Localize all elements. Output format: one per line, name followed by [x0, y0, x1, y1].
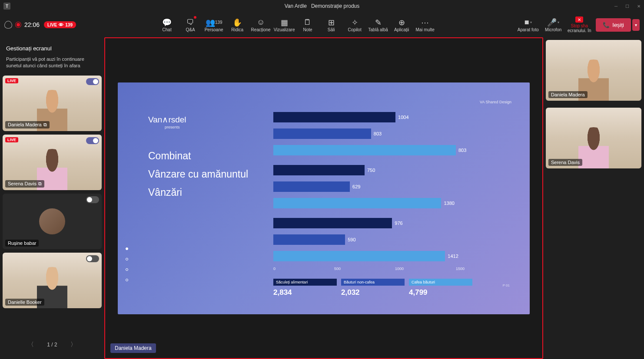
- org-name: Van Ardle: [285, 3, 307, 9]
- bar-value: 629: [352, 184, 360, 189]
- live-count: 139: [65, 23, 73, 27]
- maximize-icon[interactable]: ☐: [625, 4, 629, 9]
- participant-thumb[interactable]: Danielle Booker: [3, 253, 102, 308]
- live-label: LIVE: [47, 23, 57, 27]
- participant-name: Daniela Madera ⧉: [5, 121, 50, 128]
- stop-share-button[interactable]: ✕ Stop sha ecranului. în: [566, 16, 592, 33]
- legend-item: Cafea băuturi: [409, 279, 472, 286]
- participant-name: Serena Davis: [548, 159, 582, 166]
- apps-icon: ⊕: [398, 18, 405, 27]
- tb-label: Mai multe: [415, 27, 434, 32]
- slide-line-3: Vânzări: [148, 187, 182, 198]
- live-badge: LIVE: [5, 78, 18, 83]
- pager-next-button[interactable]: 〉: [70, 341, 76, 349]
- apps-button[interactable]: ⊕Aplicații: [390, 14, 413, 35]
- slide-corner-text: VA Shared Design: [480, 100, 511, 104]
- nav-dot[interactable]: [126, 268, 128, 271]
- people-icon: 👥 139: [206, 18, 222, 27]
- bar-value: 750: [367, 168, 375, 173]
- chat-button[interactable]: 💬Chat: [156, 14, 178, 35]
- slide-line-1: Combinat: [148, 150, 191, 162]
- participant-thumb[interactable]: Daniela Madera: [546, 40, 641, 101]
- more-button[interactable]: ⋯Mai multe: [414, 14, 436, 35]
- video-toggle[interactable]: [86, 196, 99, 203]
- people-button[interactable]: 👥 139Persoane: [202, 14, 225, 35]
- record-icon: [17, 23, 20, 26]
- qa-icon: 🗨: [186, 18, 194, 27]
- video-toggle[interactable]: [86, 78, 99, 85]
- more-icon: ⋯: [421, 18, 429, 27]
- shield-icon[interactable]: [4, 21, 12, 29]
- participant-thumb[interactable]: Serena Davis: [546, 108, 641, 168]
- tb-label: Săli: [328, 27, 335, 32]
- total-value: 2,032: [341, 288, 405, 297]
- bar-value: 1412: [448, 254, 458, 259]
- nav-dot[interactable]: [126, 258, 128, 260]
- bar: [273, 234, 345, 245]
- leave-button[interactable]: 📞 Ieșiți: [596, 18, 631, 32]
- video-toggle[interactable]: [86, 255, 99, 262]
- raise-button[interactable]: ✋Ridica: [226, 14, 249, 35]
- tb-label: Q&A: [186, 27, 195, 32]
- minimize-icon[interactable]: ─: [614, 4, 617, 9]
- participant-name: Serena Davis ⧉: [5, 180, 44, 188]
- chat-icon: 💬: [162, 18, 172, 27]
- rooms-button[interactable]: ⊞Săli: [320, 14, 342, 35]
- bar-row: 976: [273, 217, 517, 229]
- bar-value: 803: [374, 131, 382, 136]
- meeting-timer: 22:06: [24, 21, 40, 28]
- mic-button[interactable]: 🎤▾ Microfon: [541, 18, 565, 32]
- bar-row: 1380: [273, 197, 517, 209]
- slide-line-2: Vânzare cu amănuntul: [148, 168, 248, 180]
- camera-label: Aparat foto: [518, 27, 539, 32]
- total-value: 4,799: [409, 288, 472, 297]
- participant-thumb[interactable]: Rușine babar: [3, 194, 102, 249]
- chevron-down-icon: ▾: [558, 20, 559, 24]
- nav-dot[interactable]: [126, 247, 128, 250]
- stop-share-icon: ✕: [575, 16, 583, 23]
- notes-button[interactable]: 🗒Note: [296, 14, 319, 35]
- bar-row: 803: [273, 144, 517, 156]
- tb-label: Aplicații: [394, 27, 409, 32]
- whiteboard-button[interactable]: ✎Tablă albă: [367, 14, 389, 35]
- camera-button[interactable]: ■▾ Aparat foto: [516, 18, 540, 32]
- bar-row: 803: [273, 128, 517, 140]
- qa-button[interactable]: 🗨Q&A: [179, 14, 202, 35]
- share-icon: ⧉: [43, 122, 47, 128]
- live-indicator[interactable]: LIVE 👁 139: [44, 21, 76, 28]
- participant-thumb[interactable]: LIVESerena Davis ⧉: [3, 135, 102, 190]
- bar-row: 590: [273, 234, 517, 246]
- panel-subtitle: Participanții vă pot auzi în continuare …: [6, 56, 98, 69]
- video-toggle[interactable]: [86, 137, 99, 144]
- pager-prev-button[interactable]: 〈: [28, 341, 34, 349]
- thumb-pager: 〈 1 / 2 〉: [3, 336, 102, 354]
- bar-row: 629: [273, 181, 517, 193]
- leave-options-button[interactable]: ▾: [632, 19, 640, 31]
- bar-chart: 1004803803750629138097659014120500100015…: [273, 111, 517, 297]
- bar-value: 590: [348, 237, 355, 242]
- tb-label: Copilot: [348, 27, 362, 32]
- participant-thumb[interactable]: LIVEDaniela Madera ⧉: [3, 76, 102, 131]
- bar: [273, 128, 371, 139]
- left-participant-panel: Gestionați ecranul Participanții vă pot …: [0, 37, 104, 359]
- copilot-button[interactable]: ✧Copilot: [343, 14, 366, 35]
- slide-brand: Van∧rsdel: [148, 115, 186, 125]
- react-button[interactable]: ☺Reacțione: [249, 14, 272, 35]
- total-value: 2,834: [273, 288, 337, 297]
- whiteboard-icon: ✎: [375, 18, 382, 27]
- view-button[interactable]: ▦Vizualizare: [273, 14, 295, 35]
- nav-dot[interactable]: [126, 279, 128, 281]
- bar: [273, 251, 445, 261]
- notes-icon: 🗒: [304, 18, 312, 27]
- presentation-slide: VA Shared Design Van∧rsdel presents Comb…: [118, 82, 530, 314]
- chart-totals: 2,8342,0324,799: [273, 288, 517, 297]
- leave-label: Ieșiți: [612, 22, 624, 28]
- panel-title: Gestionați ecranul: [6, 45, 98, 52]
- participant-name: Danielle Booker: [5, 299, 44, 306]
- meeting-toolbar: 22:06 LIVE 👁 139 💬Chat🗨Q&A👥 139Persoane✋…: [0, 12, 644, 37]
- eye-icon: 👁: [59, 22, 63, 27]
- x-axis: 050010001500: [273, 267, 517, 273]
- close-icon[interactable]: ✕: [637, 4, 641, 9]
- slide-page-number: P 01: [503, 283, 510, 287]
- tb-label: Vizualizare: [274, 27, 295, 32]
